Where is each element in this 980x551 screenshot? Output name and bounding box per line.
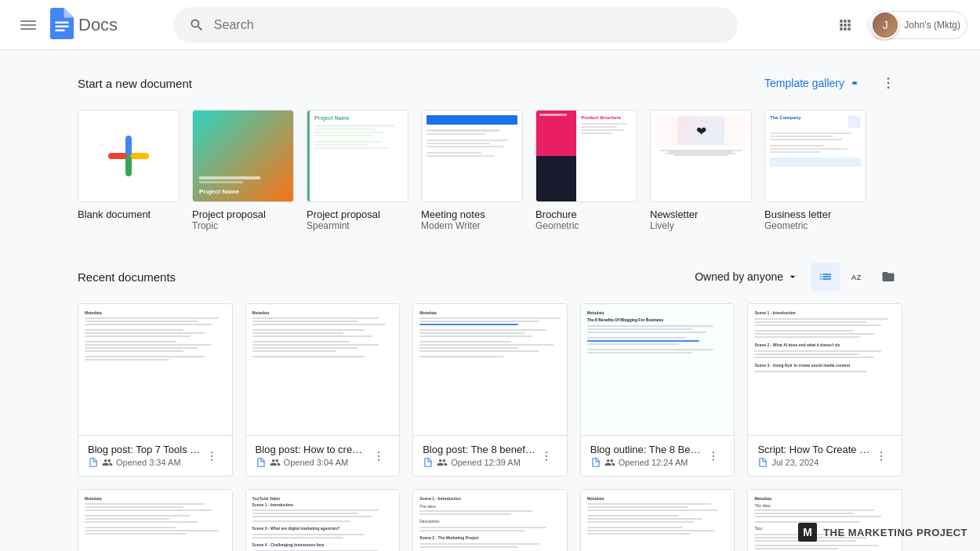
svg-point-24 xyxy=(880,459,882,460)
doc-card-7[interactable]: YouTube Video Scene 1 - Introduction Sce… xyxy=(245,489,401,551)
doc-thumb-5: Scene 1 - Introduction Scene 2 - What AI… xyxy=(748,304,902,436)
more-vert-icon-5 xyxy=(875,450,887,462)
template-project-tropic[interactable]: Project Name Project proposal Tropic xyxy=(192,110,294,231)
az-sort-button[interactable]: AZ xyxy=(843,263,871,291)
svg-point-7 xyxy=(887,82,890,85)
doc-title-4: Blog outline: The 8 Benef... xyxy=(590,444,703,455)
docs-logo[interactable]: Docs xyxy=(50,8,118,42)
spearmint-project-name: Project Name xyxy=(314,115,403,121)
svg-rect-4 xyxy=(55,25,69,27)
list-icon xyxy=(818,270,833,284)
doc-more-button-5[interactable] xyxy=(870,445,892,467)
svg-point-14 xyxy=(378,455,379,457)
template-project-spearmint[interactable]: Project Name Project proposal Spearmint xyxy=(307,110,408,231)
doc-thumb-6: Metadata xyxy=(78,490,232,551)
doc-footer-2: Blog post: How to create ... Opened 3:04… xyxy=(246,436,400,476)
doc-meta-1: Opened 3:34 AM xyxy=(88,457,201,468)
owned-filter-button[interactable]: Owned by anyone xyxy=(688,266,805,288)
template-meeting-notes[interactable]: Meeting notes Modern Writer xyxy=(421,110,523,231)
doc-date-5: Jul 23, 2024 xyxy=(771,458,818,467)
templates-row: Blank document Project Name Project prop… xyxy=(78,110,902,237)
template-business-letter-sublabel: Geometric xyxy=(764,220,866,231)
docs-icon-4 xyxy=(590,457,601,468)
template-business-letter[interactable]: The Company Business letter Geometric xyxy=(764,110,866,231)
more-options-button[interactable] xyxy=(874,69,902,97)
template-newsletter-label: Newsletter xyxy=(650,208,752,220)
avatar-image: J xyxy=(873,13,898,38)
bizletter-company: The Company xyxy=(770,115,801,120)
more-vertical-icon xyxy=(880,75,896,91)
svg-text:M: M xyxy=(803,526,812,538)
apps-button[interactable] xyxy=(829,9,861,41)
doc-thumb-7: YouTube Video Scene 1 - Introduction Sce… xyxy=(246,490,400,551)
doc-more-button-1[interactable] xyxy=(201,445,223,467)
watermark: M THE MARKETING PROJECT xyxy=(798,523,967,542)
template-gallery-button[interactable]: Template gallery xyxy=(758,71,868,95)
template-project-tropic-label: Project proposal xyxy=(192,208,294,220)
bizletter-header: The Company xyxy=(770,115,861,128)
brochure-left-panel xyxy=(536,111,576,201)
doc-lines-1 xyxy=(85,317,226,361)
top-nav: Docs J John's (Mktg) xyxy=(0,0,980,50)
doc-footer-3: Blog post: The 8 benefits ... Opened 12:… xyxy=(413,436,567,476)
doc-title-1: Blog post: Top 7 Tools to ... xyxy=(88,444,201,455)
docs-icon-1 xyxy=(88,457,99,468)
tropic-design: Project Name xyxy=(193,111,293,201)
doc-meta-5: Jul 23, 2024 xyxy=(757,457,870,468)
svg-point-20 xyxy=(713,455,714,457)
shared-icon-3 xyxy=(437,457,448,468)
svg-rect-0 xyxy=(20,20,36,22)
doc-title-3: Blog post: The 8 benefits ... xyxy=(423,444,535,455)
hamburger-icon xyxy=(20,17,36,33)
template-blank[interactable]: Blank document xyxy=(78,110,180,231)
doc-more-button-4[interactable] xyxy=(702,445,724,467)
svg-point-22 xyxy=(880,451,882,453)
menu-button[interactable] xyxy=(13,9,44,41)
svg-point-6 xyxy=(887,78,890,80)
az-icon: AZ xyxy=(850,270,864,284)
folder-view-button[interactable] xyxy=(874,263,902,291)
doc-title-2: Blog post: How to create ... xyxy=(256,444,368,455)
svg-point-12 xyxy=(211,459,212,460)
newsletter-design: ❤ xyxy=(651,111,751,201)
template-project-tropic-sublabel: Tropic xyxy=(192,220,294,231)
template-brochure-thumb: Product Brochure xyxy=(535,110,637,202)
doc-footer-left-1: Blog post: Top 7 Tools to ... Opened 3:3… xyxy=(88,444,201,468)
doc-thumb-3: Metadata xyxy=(413,304,567,436)
doc-card-10[interactable]: Metadata The Idea: Tips: xyxy=(747,489,902,551)
template-brochure[interactable]: Product Brochure Brochure Geometric xyxy=(535,110,637,231)
list-view-button[interactable] xyxy=(811,263,840,291)
account-button[interactable]: J John's (Mktg) xyxy=(867,11,967,39)
doc-card-9[interactable]: Metadata Document xyxy=(580,489,735,551)
bizletter-design: The Company xyxy=(765,111,866,201)
doc-card-2[interactable]: Metadata xyxy=(245,303,401,477)
template-meeting-label: Meeting notes xyxy=(421,208,523,220)
doc-date-3: Opened 12:39 AM xyxy=(451,458,521,467)
doc-meta-title-1: Metadata xyxy=(85,310,226,315)
doc-grid-row2: Metadata Document xyxy=(78,489,902,551)
blank-doc-icon xyxy=(108,136,149,176)
doc-card-5[interactable]: Scene 1 - Introduction Scene 2 - What AI… xyxy=(747,303,902,477)
template-meeting-thumb xyxy=(421,110,523,202)
plus-v-top xyxy=(125,136,132,156)
doc-more-button-3[interactable] xyxy=(535,445,557,467)
doc-date-4: Opened 12:24 AM xyxy=(619,458,688,467)
new-doc-title: Start a new document xyxy=(78,77,192,90)
doc-card-1[interactable]: Metadata xyxy=(78,303,233,477)
doc-card-6[interactable]: Metadata Document xyxy=(78,489,233,551)
recent-section: Recent documents Owned by anyone xyxy=(78,263,902,551)
template-gallery-label: Template gallery xyxy=(764,77,844,89)
plus-icon xyxy=(108,136,149,176)
svg-rect-2 xyxy=(20,28,36,30)
doc-card-3[interactable]: Metadata xyxy=(412,303,568,477)
recent-title: Recent documents xyxy=(78,270,176,284)
doc-card-4[interactable]: Metadata The 8 Benefits Of Blogging For … xyxy=(580,303,735,477)
template-project-spearmint-label: Project proposal xyxy=(307,208,408,220)
template-newsletter[interactable]: ❤ Newsletter Lively xyxy=(650,110,752,231)
doc-thumb-10: Metadata The Idea: Tips: xyxy=(748,490,902,551)
main-content: Start a new document Template gallery xyxy=(59,50,921,551)
doc-card-8[interactable]: Scene 1 - Introduction The Idea: Descrip… xyxy=(412,489,568,551)
spearmint-design: Project Name xyxy=(307,111,408,201)
search-input[interactable] xyxy=(214,18,722,32)
doc-more-button-2[interactable] xyxy=(368,445,390,467)
